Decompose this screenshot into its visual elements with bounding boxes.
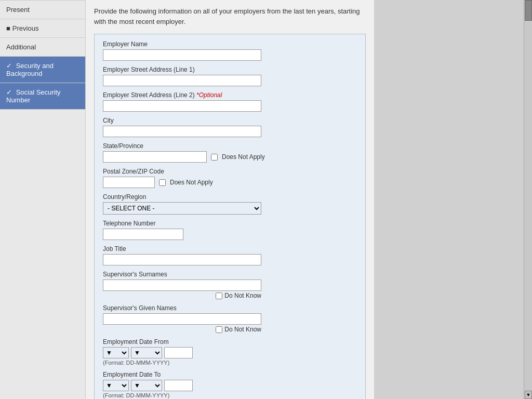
street1-label: Employer Street Address (Line 1) [103,66,357,73]
social-check: ✓ [6,88,14,96]
scrollbar: ▲ ▼ [524,0,532,399]
street2-input[interactable] [103,100,261,112]
sidebar: Present ■Previous Additional ✓ Security … [0,0,86,399]
telephone-group: Telephone Number [103,220,357,240]
scrollbar-arrow-down[interactable]: ▼ [525,391,532,399]
supervisor-given-names-label: Supervisor's Given Names [103,304,357,312]
surnames-do-not-know-label: Do Not Know [224,292,261,299]
postal-does-not-apply-label: Does Not Apply [170,179,213,186]
employment-from-label: Employment Date From [103,338,357,345]
employment-from-group: Employment Date From ▼ 0102030405 ▼ JANF… [103,338,357,366]
employment-from-year-input[interactable] [164,347,193,358]
postal-label: Postal Zone/ZIP Code [103,168,357,175]
state-row: Does Not Apply [103,151,357,163]
employment-to-date-row: ▼ 010203 ▼ JANFEBMAR [103,380,357,391]
street2-label: Employer Street Address (Line 2) *Option… [103,91,357,99]
employer-name-input[interactable] [103,49,261,61]
employment-to-year-input[interactable] [164,380,193,391]
postal-input[interactable] [103,177,155,188]
job-title-input[interactable] [103,254,261,265]
content-area: Provide the following information on all… [86,0,374,399]
surnames-do-not-know-checkbox[interactable] [216,292,222,299]
social-label: Social Security Number [6,88,61,104]
given-names-do-not-know-label: Do Not Know [224,326,261,333]
sidebar-item-present[interactable]: Present [0,0,85,19]
job-title-group: Job Title [103,245,357,265]
additional-label: Additional [6,43,36,51]
security-check: ✓ [6,62,14,70]
employment-to-label: Employment Date To [103,371,357,378]
main-content: Provide the following information on all… [86,0,524,399]
telephone-input[interactable] [103,229,183,240]
given-names-do-not-know-checkbox[interactable] [216,326,222,333]
postal-group: Postal Zone/ZIP Code Does Not Apply [103,168,357,188]
employer-name-group: Employer Name [103,41,357,61]
employment-to-day-select[interactable]: ▼ 010203 [103,380,129,391]
country-label: Country/Region [103,193,357,201]
employment-from-day-select[interactable]: ▼ 0102030405 [103,347,129,358]
employer-name-label: Employer Name [103,41,357,48]
state-does-not-apply-checkbox[interactable] [211,154,218,161]
supervisor-surnames-input[interactable] [103,280,261,291]
supervisor-given-names-input[interactable] [103,313,261,325]
street1-input[interactable] [103,75,261,86]
sidebar-item-security-background[interactable]: ✓ Security and Background [0,57,85,83]
city-input[interactable] [103,126,261,137]
job-title-label: Job Title [103,245,357,252]
sidebar-item-social-security[interactable]: ✓ Social Security Number [0,83,85,110]
sidebar-item-additional[interactable]: Additional [0,38,85,57]
previous-check: ■ [6,24,10,32]
state-group: State/Province Does Not Apply [103,142,357,163]
state-does-not-apply-label: Does Not Apply [222,153,265,161]
street1-group: Employer Street Address (Line 1) [103,66,357,86]
employment-to-month-select[interactable]: ▼ JANFEBMAR [131,380,162,391]
postal-row: Does Not Apply [103,177,357,188]
present-label: Present [6,6,30,14]
employment-to-format-hint: (Format: DD-MMM-YYYY) [103,392,357,398]
city-label: City [103,117,357,124]
telephone-label: Telephone Number [103,220,357,227]
street2-optional: *Optional [196,91,222,99]
supervisor-surnames-label: Supervisor's Surnames [103,271,357,278]
supervisor-surnames-group: Supervisor's Surnames Do Not Know [103,271,357,299]
state-label: State/Province [103,142,357,150]
street2-group: Employer Street Address (Line 2) *Option… [103,91,357,112]
country-select[interactable]: - SELECT ONE - United States Canada Unit… [103,202,261,215]
employment-to-group: Employment Date To ▼ 010203 ▼ JANFEBMAR … [103,371,357,398]
previous-label: Previous [12,24,39,32]
intro-text: Provide the following information on all… [94,6,366,26]
scrollbar-thumb[interactable] [525,0,532,21]
employer-form: Employer Name Employer Street Address (L… [94,34,366,399]
given-names-do-not-know-row: Do Not Know [103,326,261,333]
city-group: City [103,117,357,137]
state-input[interactable] [103,151,207,163]
employment-from-date-row: ▼ 0102030405 ▼ JANFEBMARAPR MAYJUNJULAUG… [103,347,357,358]
surnames-do-not-know-row: Do Not Know [103,292,261,299]
postal-does-not-apply-checkbox[interactable] [159,179,166,186]
sidebar-item-previous[interactable]: ■Previous [0,19,85,38]
employment-from-month-select[interactable]: ▼ JANFEBMARAPR MAYJUNJULAUG SEPOCTNOVDEC [131,347,162,358]
country-group: Country/Region - SELECT ONE - United Sta… [103,193,357,215]
supervisor-given-names-group: Supervisor's Given Names Do Not Know [103,304,357,333]
employment-from-format-hint: (Format: DD-MMM-YYYY) [103,360,357,366]
